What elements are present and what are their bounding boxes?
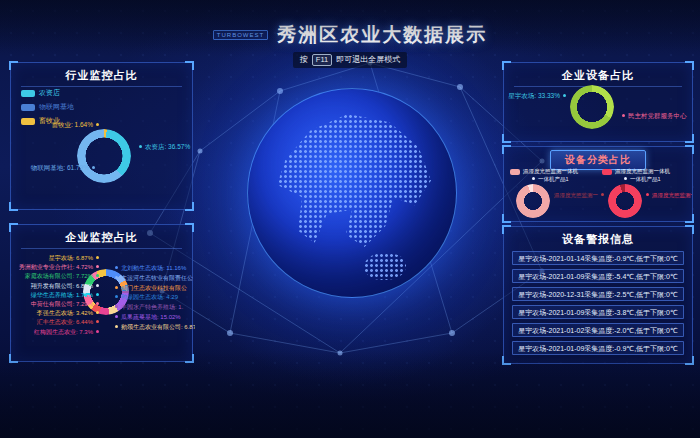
legend-swatch — [602, 169, 612, 175]
device-class-title-pill: 设备分类占比 — [550, 150, 646, 170]
globe-continent-small — [364, 253, 406, 280]
panel-industry-monitor: 行业监控占比 农资店 物联网基地 畜牧业 畜牧业: 1.64% 农资店: 36.… — [10, 62, 193, 210]
globe-visual — [247, 88, 457, 298]
page-title: 秀洲区农业大数据展示 — [277, 22, 487, 48]
panel-equipment-ratio: 企业设备占比 星宇农场: 33.33% 民主村党群服务中心 — [503, 62, 693, 142]
legend-label: 温湿度光照监测一体机 — [615, 168, 670, 175]
industry-donut-chart[interactable] — [77, 129, 131, 183]
enterprise-labels-right: 北刘鹅生态农场: 11.16% 大运河生态牧业有限责任公 陶门生态农业科技有限公… — [115, 264, 195, 333]
panel-device-class: 设备分类占比 温湿度光照监测一体机 一体机产品1 温湿度光照监测一体机 一体机产… — [503, 146, 693, 222]
legend-item[interactable]: 温湿度光照监测一体机 — [602, 168, 670, 175]
enterprise-labels-left: 星宇农场: 6.87% 秀洲鹅业专业合作社: 4.72% 家庭农场有限公司: 7… — [13, 254, 99, 337]
f11-keycap: F11 — [312, 54, 332, 66]
enterprise-label: 翔升发有限公司: 6.87% — [13, 282, 99, 291]
corner-accent — [9, 223, 18, 232]
enterprise-label: 大运河生态牧业有限责任公 — [115, 274, 195, 284]
alarm-row: 星宇农场-2021-01-14采集温度:-0.9℃,低于下限:0℃ — [512, 251, 684, 265]
corner-accent — [685, 356, 694, 365]
corner-accent — [502, 214, 511, 223]
legend-swatch — [510, 169, 520, 175]
header: TURBOWEST 秀洲区农业大数据展示 按 F11 即可退出全屏模式 — [0, 0, 700, 64]
chart-label: 星宇农场: 33.33% — [504, 92, 566, 101]
device-donut-chart-left[interactable] — [516, 184, 550, 218]
globe-continents — [248, 89, 456, 297]
corner-accent — [502, 134, 511, 143]
enterprise-label: 红梅园生态农业: 7.3% — [13, 328, 99, 337]
panel-alarms: 设备警报信息 星宇农场-2021-01-14采集温度:-0.9℃,低于下限:0℃… — [503, 226, 693, 364]
alarm-row: 星宇农场-2020-12-31采集温度:-2.5℃,低于下限:0℃ — [512, 287, 684, 301]
chart-label: 农资店: 36.57% — [139, 143, 190, 152]
corner-accent — [185, 223, 194, 232]
chart-label: 畜牧业: 1.64% — [19, 121, 99, 130]
enterprise-label: 鸭绿园生态农场: 4.29 — [115, 293, 195, 303]
corner-accent — [185, 202, 194, 211]
legend-label: 物联网基地 — [39, 102, 74, 112]
enterprise-label: 汇丰生态农业: 6.44% — [13, 318, 99, 327]
chart-label: 温湿度光照监测一 — [646, 192, 692, 199]
enterprise-label: 瓜果蔬菜基地: 15.02% — [115, 313, 195, 323]
tooltip-prefix: 按 — [300, 54, 308, 65]
alarm-list: 星宇农场-2021-01-14采集温度:-0.9℃,低于下限:0℃ 星宇农场-2… — [512, 251, 684, 359]
legend-swatch — [21, 90, 35, 97]
enterprise-label: 秀洲鹅业专业合作社: 4.72% — [13, 263, 99, 272]
corner-accent — [9, 354, 18, 363]
legend-label: 农资店 — [39, 88, 60, 98]
corner-accent — [685, 61, 694, 70]
corner-accent — [502, 61, 511, 70]
legend-swatch — [21, 104, 35, 111]
corner-accent — [685, 214, 694, 223]
corner-accent — [685, 145, 694, 154]
alarm-row: 星宇农场-2021-01-09采集温度:-3.8℃,低于下限:0℃ — [512, 305, 684, 319]
device-donut-chart-right[interactable] — [608, 184, 642, 218]
alarm-row: 星宇农场-2021-01-09采集温度:-5.4℃,低于下限:0℃ — [512, 269, 684, 283]
chart-label: 一体机产品1 — [532, 176, 569, 183]
legend-label: 温湿度光照监测一体机 — [523, 168, 578, 175]
corner-accent — [502, 225, 511, 234]
corner-accent — [502, 356, 511, 365]
tooltip-suffix: 即可退出全屏模式 — [336, 54, 400, 65]
enterprise-label: 陶门生态农业科技有限公 — [115, 284, 195, 294]
enterprise-label: 绿华生态养殖场: 1.72% — [13, 291, 99, 300]
legend-item[interactable]: 农资店 — [21, 88, 74, 98]
panel-enterprise-monitor: 企业监控占比 星宇农场: 6.87% 秀洲鹅业专业合作社: 4.72% 家庭农场… — [10, 224, 193, 362]
legend-item[interactable]: 温湿度光照监测一体机 — [510, 168, 578, 175]
enterprise-label: 鹅颈生态农业有限公司: 6.87 — [115, 323, 195, 333]
alarm-row: 星宇农场-2021-01-09采集温度:-0.9℃,低于下限:0℃ — [512, 341, 684, 355]
chart-label: 物联网基地: 61.79% — [11, 164, 95, 173]
corner-accent — [9, 61, 18, 70]
panel-title: 企业监控占比 — [21, 225, 182, 249]
enterprise-label: 北刘鹅生态农场: 11.16% — [115, 264, 195, 274]
enterprise-label: 家庭农场有限公司: 7.72% — [13, 272, 99, 281]
corner-accent — [502, 145, 511, 154]
enterprise-label: 丰园水产特色养殖场: 1. — [115, 303, 195, 313]
legend-item[interactable]: 物联网基地 — [21, 102, 74, 112]
chart-label: 温湿度光照监测一 — [554, 192, 606, 199]
panel-title: 企业设备占比 — [514, 63, 682, 87]
corner-accent — [185, 354, 194, 363]
fullscreen-tooltip: 按 F11 即可退出全屏模式 — [293, 52, 407, 68]
corner-accent — [685, 134, 694, 143]
equipment-donut-chart[interactable] — [570, 85, 614, 129]
enterprise-label: 星宇农场: 6.87% — [13, 254, 99, 263]
enterprise-label: 中荷仕有限公司: 7.29% — [13, 300, 99, 309]
panel-title: 行业监控占比 — [21, 63, 182, 87]
chart-label: 一体机产品1 — [624, 176, 661, 183]
corner-accent — [9, 202, 18, 211]
panel-title: 设备警报信息 — [504, 227, 692, 250]
corner-accent — [685, 225, 694, 234]
chart-label: 民主村党群服务中心 — [622, 112, 687, 121]
enterprise-label: 李强生态农场: 3.42% — [13, 309, 99, 318]
corner-accent — [185, 61, 194, 70]
brand-logo: TURBOWEST — [213, 30, 268, 40]
alarm-row: 星宇农场-2021-01-02采集温度:-2.0℃,低于下限:0℃ — [512, 323, 684, 337]
